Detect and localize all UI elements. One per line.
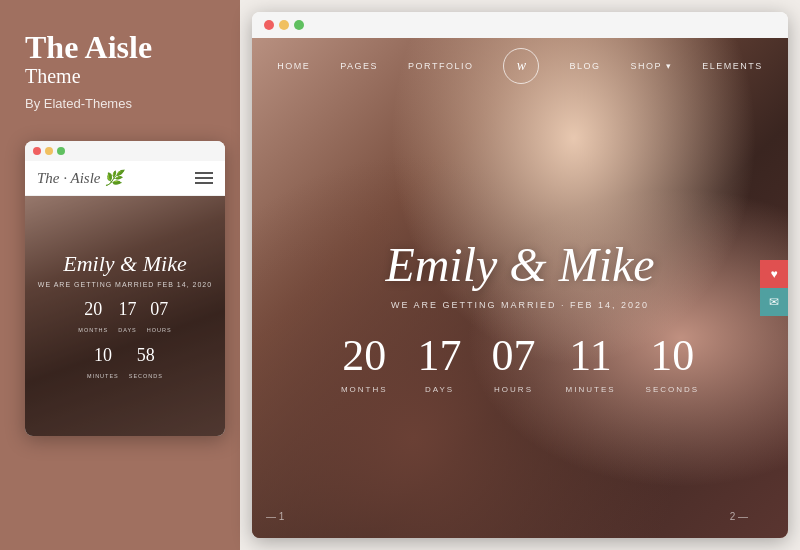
mobile-logo: The · Aisle 🌿: [37, 169, 123, 187]
mobile-countdown-row1: 20 MONTHS 17 DAYS 07 HOURS: [78, 300, 171, 336]
desktop-hero-content: Emily & Mike WE ARE GETTING MARRIED · FE…: [252, 94, 788, 538]
mobile-count-minutes: 10 MINUTES: [87, 346, 119, 382]
d-seconds-num: 10: [646, 334, 700, 378]
desktop-nav: HOME PAGES PORTFOLIO w BLOG SHOP ▾ ELEME…: [252, 38, 788, 94]
d-months-label: MONTHS: [341, 385, 388, 394]
desktop-count-days: 17 DAYS: [418, 334, 462, 396]
nav-portfolio[interactable]: PORTFOLIO: [408, 61, 473, 71]
desktop-count-hours: 07 HOURS: [492, 334, 536, 396]
dot-green: [57, 147, 65, 155]
sidebar-icons: ♥ ✉: [760, 260, 788, 316]
mobile-nav: The · Aisle 🌿: [25, 161, 225, 196]
sidebar-heart-icon[interactable]: ♥: [760, 260, 788, 288]
theme-author: By Elated-Themes: [25, 96, 220, 111]
mobile-count-seconds: 58 SECONDS: [129, 346, 163, 382]
nav-logo-letter: w: [517, 58, 526, 74]
mobile-count-days: 17 DAYS: [118, 300, 137, 336]
theme-subtitle: Theme: [25, 65, 220, 88]
seconds-num: 58: [129, 346, 163, 364]
days-num: 17: [118, 300, 137, 318]
dot-red: [33, 147, 41, 155]
desktop-dot-green: [294, 20, 304, 30]
sidebar-mail-icon[interactable]: ✉: [760, 288, 788, 316]
nav-blog[interactable]: BLOG: [569, 61, 600, 71]
nav-shop[interactable]: SHOP ▾: [630, 61, 672, 71]
mobile-count-hours: 07 HOURS: [147, 300, 172, 336]
mobile-count-months: 20 MONTHS: [78, 300, 108, 336]
minutes-num: 10: [87, 346, 119, 364]
hours-label: HOURS: [147, 327, 172, 333]
desktop-count-minutes: 11 MINUTES: [566, 334, 616, 396]
desktop-count-seconds: 10 SECONDS: [646, 334, 700, 396]
nav-home[interactable]: HOME: [277, 61, 310, 71]
desktop-countdown: 20 MONTHS 17 DAYS 07 HOURS 11 MINUTES: [341, 334, 699, 396]
nav-pages[interactable]: PAGES: [340, 61, 378, 71]
desktop-mockup: HOME PAGES PORTFOLIO w BLOG SHOP ▾ ELEME…: [252, 12, 788, 538]
seconds-label: SECONDS: [129, 373, 163, 379]
d-days-label: DAYS: [425, 385, 454, 394]
d-minutes-num: 11: [566, 334, 616, 378]
mobile-mockup: The · Aisle 🌿 Emily & Mike WE ARE GETTIN…: [25, 141, 225, 436]
d-hours-label: HOURS: [494, 385, 533, 394]
page-num-next: 2: [730, 511, 736, 522]
theme-title: The Aisle: [25, 30, 220, 65]
d-minutes-label: MINUTES: [566, 385, 616, 394]
dot-yellow: [45, 147, 53, 155]
desktop-dot-red: [264, 20, 274, 30]
minutes-label: MINUTES: [87, 373, 119, 379]
d-days-num: 17: [418, 334, 462, 378]
days-label: DAYS: [118, 327, 137, 333]
left-panel: The Aisle Theme By Elated-Themes The · A…: [0, 0, 240, 550]
mobile-browser-bar: [25, 141, 225, 161]
page-prev-indicator: — 1: [266, 506, 284, 524]
desktop-count-months: 20 MONTHS: [341, 334, 388, 396]
page-next-indicator: 2 —: [730, 506, 748, 524]
mobile-couple-name: Emily & Mike: [63, 251, 186, 277]
desktop-browser-bar: [252, 12, 788, 38]
d-hours-num: 07: [492, 334, 536, 378]
months-num: 20: [78, 300, 108, 318]
mobile-hero: Emily & Mike WE ARE GETTING MARRIED FEB …: [25, 196, 225, 436]
hours-num: 07: [147, 300, 172, 318]
mobile-tagline: WE ARE GETTING MARRIED FEB 14, 2020: [38, 281, 212, 288]
hamburger-icon[interactable]: [195, 172, 213, 184]
desktop-hero: HOME PAGES PORTFOLIO w BLOG SHOP ▾ ELEME…: [252, 38, 788, 538]
right-panel: HOME PAGES PORTFOLIO w BLOG SHOP ▾ ELEME…: [240, 0, 800, 550]
d-months-num: 20: [341, 334, 388, 378]
nav-logo[interactable]: w: [503, 48, 539, 84]
page-num-prev: 1: [279, 511, 285, 522]
desktop-tagline: WE ARE GETTING MARRIED · FEB 14, 2020: [391, 300, 649, 310]
d-seconds-label: SECONDS: [646, 385, 700, 394]
months-label: MONTHS: [78, 327, 108, 333]
mobile-countdown-row2: 10 MINUTES 58 SECONDS: [87, 346, 163, 382]
desktop-dot-yellow: [279, 20, 289, 30]
nav-elements[interactable]: ELEMENTS: [702, 61, 763, 71]
desktop-couple-name: Emily & Mike: [385, 237, 654, 292]
